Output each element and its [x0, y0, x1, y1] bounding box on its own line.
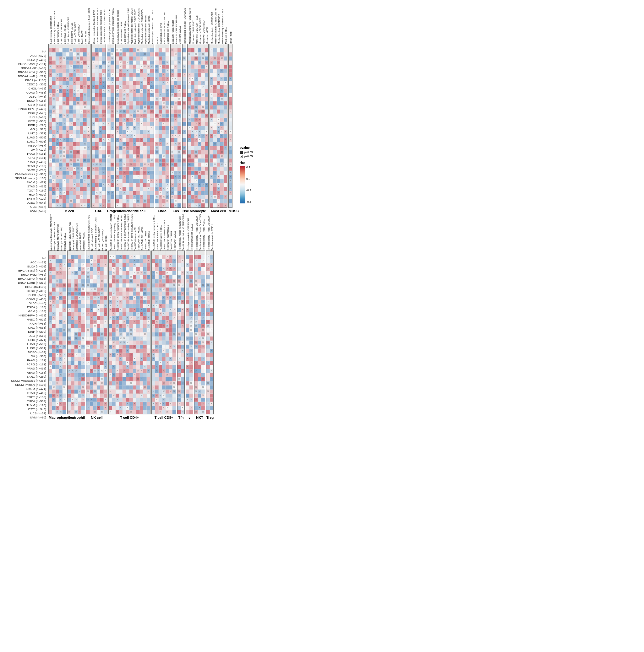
- heatmap-cell: ✕: [201, 56, 205, 61]
- heatmap-cell: [178, 292, 181, 296]
- heatmap-cell: [87, 97, 90, 101]
- heatmap-row: ✕✕: [86, 312, 107, 316]
- heatmap-cell: ✕: [147, 369, 150, 373]
- heatmap-row: ✕: [171, 118, 181, 122]
- heatmap-cell: [201, 275, 205, 279]
- heatmap-cell: [195, 336, 198, 341]
- heatmap-row: [107, 187, 114, 191]
- heatmap-cell: [74, 341, 78, 345]
- heatmap-cell: [73, 155, 76, 159]
- heatmap-cell: ✕: [206, 283, 210, 288]
- heatmap-cell: [181, 389, 184, 393]
- heatmap-cell: [102, 151, 106, 155]
- heatmap-cell: ✕: [147, 89, 150, 93]
- heatmap-cell: ✕: [133, 357, 136, 361]
- heatmap-cell: [159, 300, 162, 304]
- heatmap-row: ✕: [187, 187, 208, 191]
- col-header: Cancer associated fibroblast_TIDE: [99, 10, 102, 44]
- heatmap-cell: ✕: [198, 61, 201, 65]
- heatmap-cell: [173, 365, 176, 369]
- heatmap-row: [92, 187, 106, 191]
- heatmap-row: [171, 44, 181, 48]
- heatmap-group: T cell CD8+ central memory_XCELLT cell C…: [151, 213, 176, 419]
- heatmap-cell: [201, 167, 205, 171]
- heatmap-cell: [76, 48, 80, 52]
- heatmap-row: ✕✕: [86, 320, 107, 324]
- heatmap-cell: [90, 345, 93, 349]
- heatmap-cell: [173, 275, 176, 279]
- heatmap-cell: [210, 345, 213, 349]
- heatmap-cell: [155, 44, 159, 48]
- heatmap-row: ✕✕: [210, 61, 227, 65]
- heatmap-cell: [136, 365, 140, 369]
- heatmap-cell: [107, 130, 110, 134]
- heatmap-cell: ✕: [74, 288, 78, 292]
- heatmap-row: ✕: [178, 398, 184, 402]
- col-header: T cell regulatory (Tregs)_QUANTISEQ: [198, 214, 201, 250]
- heatmap-cell: [143, 320, 147, 324]
- heatmap-row: ✕: [182, 101, 186, 106]
- heatmap-cell: ✕: [205, 163, 208, 167]
- heatmap-cell: ✕: [220, 77, 224, 81]
- heatmap-row: [182, 97, 186, 101]
- heatmap-cell: [171, 138, 174, 142]
- heatmap-cell: ✕: [62, 385, 66, 389]
- heatmap-cell: [129, 52, 133, 56]
- heatmap-cell: [165, 251, 169, 255]
- heatmap-row: ✕: [155, 199, 169, 203]
- heatmap-cell: [174, 167, 178, 171]
- heatmap-cell: [119, 312, 123, 316]
- heatmap-cell: ✕: [217, 187, 220, 191]
- heatmap-cell: [189, 357, 193, 361]
- heatmap-cell: [229, 195, 232, 199]
- heatmap-row: [182, 142, 186, 146]
- heatmap-row: ✕✕✕: [115, 155, 154, 159]
- heatmap-cell: ✕: [174, 93, 178, 97]
- heatmap-cell: [100, 361, 104, 365]
- heatmap-row: ✕✕✕: [86, 263, 107, 267]
- heatmap-cell: [102, 167, 106, 171]
- heatmap-cell: ✕: [155, 349, 159, 353]
- heatmap-cell: [136, 332, 140, 336]
- heatmap-cell: [56, 114, 59, 118]
- heatmap-cell: [126, 336, 129, 341]
- heatmap-row: ✕: [229, 179, 232, 183]
- heatmap-row: ✕✕✕: [86, 292, 107, 296]
- heatmap-cell: [195, 61, 198, 65]
- heatmap-cell: [112, 296, 115, 300]
- heatmap-cell: [136, 288, 140, 292]
- heatmap-cell: [70, 56, 73, 61]
- heatmap-cell: [174, 56, 178, 61]
- heatmap-cell: [70, 146, 73, 151]
- heatmap-cell: [162, 263, 165, 267]
- heatmap-cell: [205, 85, 208, 89]
- heatmap-cell: ✕: [178, 361, 181, 365]
- heatmap-cell: ✕: [126, 373, 129, 377]
- heatmap-cell: [52, 292, 56, 296]
- heatmap-cell: [165, 316, 169, 320]
- heatmap-cell: [133, 251, 136, 255]
- heatmap-cell: [198, 114, 201, 118]
- heatmap-cell: [162, 361, 165, 365]
- heatmap-cell: [133, 353, 136, 357]
- heatmap-row: ✕✕: [206, 292, 213, 296]
- heatmap-cell: ✕: [136, 69, 140, 73]
- heatmap-cell: [83, 151, 87, 155]
- heatmap-cell: ✕: [76, 118, 80, 122]
- heatmap-row: ✕: [49, 81, 90, 85]
- heatmap-row: [152, 251, 176, 255]
- heatmap-cell: [52, 56, 56, 61]
- heatmap-cell: [162, 341, 165, 345]
- heatmap-cell: [95, 159, 99, 163]
- heatmap-cell: [68, 296, 71, 300]
- heatmap-cell: [213, 146, 217, 151]
- heatmap-cell: [56, 389, 59, 393]
- heatmap-row: [182, 155, 186, 159]
- heatmap-cell: [59, 385, 62, 389]
- heatmap-cell: [92, 97, 95, 101]
- heatmap-cell: ✕: [220, 93, 224, 97]
- col-header: Cancer associated fibroblast_MCPCOUN: [95, 8, 99, 44]
- heatmap-cell: [92, 110, 95, 114]
- heatmap-row: [49, 324, 66, 328]
- heatmap-cell: [155, 122, 159, 126]
